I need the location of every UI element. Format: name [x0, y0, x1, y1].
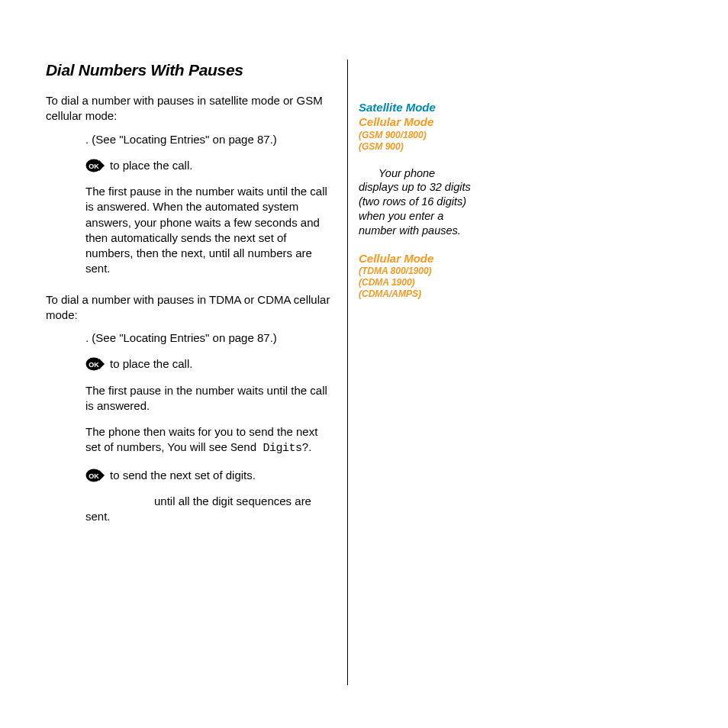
- ok-icon: [85, 357, 105, 371]
- sidebar-subheading: (GSM 900): [359, 141, 478, 153]
- section-title: Dial Numbers With Pauses: [46, 61, 330, 79]
- step-block-4: to place the call.: [46, 356, 330, 372]
- step-block-1: . (See "Locating Entries" on page 87.): [46, 132, 330, 147]
- step-block-5: to send the next set of digits.: [46, 468, 330, 483]
- sidebar-subheading: (CDMA 1900): [359, 277, 478, 288]
- sidebar-note: Your phone displays up to 32 digits (two…: [359, 166, 478, 238]
- content-wrapper: Dial Numbers With Pauses To dial a numbe…: [46, 61, 682, 685]
- step-block-6: until all the digit sequences are sent.: [46, 494, 330, 525]
- main-column: Dial Numbers With Pauses To dial a numbe…: [46, 61, 347, 685]
- sidebar-subheading: (CDMA/AMPS): [359, 288, 478, 300]
- explain-paragraph: The first pause in the number waits unti…: [46, 383, 330, 414]
- step-block-2: to place the call.: [46, 158, 330, 173]
- sidebar-heading-satellite: Satellite Mode: [359, 101, 478, 115]
- sidebar-subheading: (GSM 900/1800): [359, 130, 478, 141]
- ok-icon: [85, 159, 105, 172]
- step-text: to send the next set of digits.: [110, 468, 256, 483]
- step-text: to place the call.: [110, 158, 192, 173]
- ok-icon: [85, 469, 105, 482]
- intro-paragraph-1: To dial a number with pauses in satellit…: [46, 93, 330, 124]
- step-text: to place the call.: [110, 356, 192, 372]
- sidebar-heading-cellular: Cellular Mode: [359, 115, 478, 130]
- explain-paragraph: The phone then waits for you to send the…: [46, 424, 330, 457]
- step-text: . (See "Locating Entries" on page 87.): [85, 331, 277, 344]
- intro-paragraph-2: To dial a number with pauses in TDMA or …: [46, 292, 330, 324]
- sidebar-heading-cellular: Cellular Mode: [359, 252, 478, 266]
- explain-paragraph: The first pause in the number waits unti…: [46, 184, 330, 277]
- step-text: until all the digit sequences are sent.: [85, 494, 311, 523]
- lcd-text: Send Digits?: [230, 442, 308, 455]
- step-block-3: . (See "Locating Entries" on page 87.): [46, 330, 330, 346]
- sidebar-subheading: (TDMA 800/1900): [359, 266, 478, 277]
- page: Dial Numbers With Pauses To dial a numbe…: [0, 0, 728, 728]
- step-text: . (See "Locating Entries" on page 87.): [85, 133, 277, 146]
- text-fragment: .: [308, 440, 311, 453]
- sidebar-column: Satellite Mode Cellular Mode (GSM 900/18…: [348, 61, 478, 685]
